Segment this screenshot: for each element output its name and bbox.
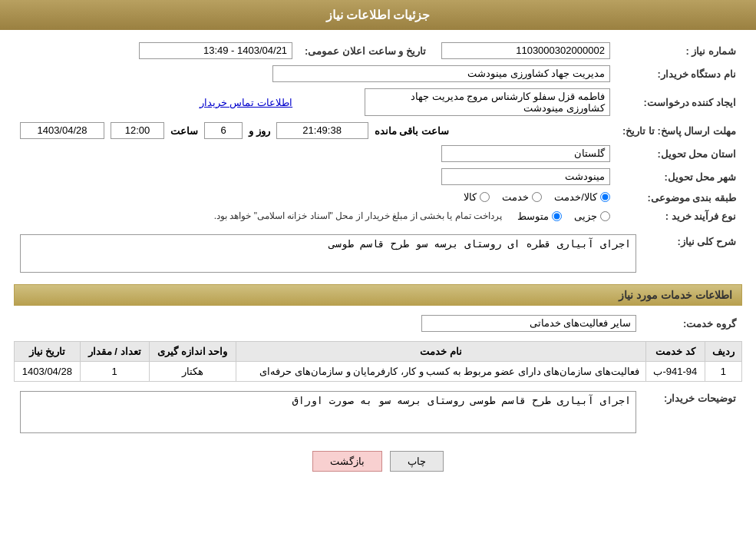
radio-khadamat-label: خدمت <box>502 191 529 203</box>
category-label: طبقه بندی موضوعی: <box>616 188 742 207</box>
radio-motasat-label: متوسط <box>517 210 549 222</box>
radio-kala-khadamat: کالا/خدمت <box>554 191 610 203</box>
services-title: اطلاعات خدمات مورد نیاز <box>14 284 742 306</box>
need-number-box: 1103000302000002 <box>441 42 610 59</box>
contact-link[interactable]: اطلاعات تماس خریدار <box>200 97 292 108</box>
buyer-desc-table: توضیحات خریدار: <box>14 388 742 439</box>
th-name: نام خدمت <box>236 342 645 362</box>
radio-jozii-input[interactable] <box>600 211 610 221</box>
description-table: شرح کلی نیاز: <box>14 231 742 278</box>
buyer-desc-textarea <box>20 391 636 433</box>
day-value: 6 <box>204 122 243 139</box>
announce-date-box: 1403/04/21 - 13:49 <box>139 42 292 59</box>
table-row: 1 941-94-ب فعالیت‌های سازمان‌های دارای ع… <box>15 362 742 382</box>
cell-code: 941-94-ب <box>645 362 705 382</box>
creator-label: ایجاد کننده درخواست: <box>616 85 742 119</box>
city-box: مینودشت <box>441 168 610 185</box>
service-group-table: گروه خدمت: سایر فعالیت‌های خدماتی <box>14 312 742 335</box>
radio-khadamat-input[interactable] <box>532 192 542 202</box>
description-textarea <box>20 234 636 273</box>
purchase-type-label: نوع فرآیند خرید : <box>616 207 742 225</box>
services-table: ردیف کد خدمت نام خدمت واحد اندازه گیری ت… <box>14 341 742 382</box>
page-header: جزئیات اطلاعات نیاز <box>0 0 756 30</box>
province-box: گلستان <box>441 145 610 162</box>
th-date: تاریخ نیاز <box>15 342 81 362</box>
day-label: روز و <box>249 125 270 137</box>
back-button[interactable]: بازگشت <box>312 451 382 472</box>
announce-date-label: تاریخ و ساعت اعلان عمومی: <box>299 39 432 62</box>
city-value: مینودشت <box>14 165 616 188</box>
buyer-org-label: نام دستگاه خریدار: <box>616 62 742 85</box>
radio-kala-khadamat-label: کالا/خدمت <box>554 191 597 203</box>
page-title: جزئیات اطلاعات نیاز <box>326 8 431 22</box>
th-qty: تعداد / مقدار <box>80 342 149 362</box>
deadline-date-value: 1403/04/28 <box>20 122 104 139</box>
deadline-label: مهلت ارسال پاسخ: تا تاریخ: <box>616 119 742 142</box>
province-label: استان محل تحویل: <box>616 142 742 165</box>
province-value: گلستان <box>14 142 616 165</box>
buyer-org-box: مدیریت جهاد کشاورزی مینودشت <box>272 65 610 82</box>
cell-name: فعالیت‌های سازمان‌های دارای عضو مربوط به… <box>236 362 645 382</box>
cell-unit: هکتار <box>149 362 236 382</box>
service-group-label: گروه خدمت: <box>642 312 742 335</box>
creator-box: فاطمه قزل سفلو کارشناس مروج مدیریت جهاد … <box>365 88 610 116</box>
cell-qty: 1 <box>80 362 149 382</box>
purchase-note: پرداخت تمام یا بخشی از مبلغ خریدار از مح… <box>214 210 502 221</box>
radio-kala-khadamat-input[interactable] <box>600 192 610 202</box>
radio-motasat: متوسط <box>517 210 562 222</box>
radio-jozii-label: جزیی <box>574 210 597 222</box>
radio-motasat-input[interactable] <box>552 211 562 221</box>
announce-date-value: 1403/04/21 - 13:49 <box>14 39 299 62</box>
description-value <box>14 231 642 278</box>
purchase-type-row: جزیی متوسط پرداخت تمام یا بخشی از مبلغ خ… <box>14 207 616 225</box>
radio-kala-label: کالا <box>464 191 477 203</box>
description-area <box>20 234 636 275</box>
need-number-value: 1103000302000002 <box>432 39 616 62</box>
info-table: شماره نیاز : 1103000302000002 تاریخ و سا… <box>14 39 742 225</box>
remaining-value: 21:49:38 <box>276 122 368 139</box>
page-wrapper: جزئیات اطلاعات نیاز شماره نیاز : 1103000… <box>0 0 756 540</box>
description-label: شرح کلی نیاز: <box>642 231 742 278</box>
remaining-label: ساعت باقی مانده <box>375 125 449 137</box>
th-code: کد خدمت <box>645 342 705 362</box>
print-button[interactable]: چاپ <box>390 451 444 472</box>
cell-date: 1403/04/28 <box>15 362 81 382</box>
buyer-org-value: مدیریت جهاد کشاورزی مینودشت <box>14 62 616 85</box>
service-group-value: سایر فعالیت‌های خدماتی <box>14 312 642 335</box>
time-label: ساعت <box>170 125 198 137</box>
category-row: کالا/خدمت خدمت کالا <box>14 188 616 207</box>
service-group-box: سایر فعالیت‌های خدماتی <box>421 315 636 332</box>
buyer-desc-area <box>20 391 636 436</box>
radio-kala: کالا <box>464 191 490 203</box>
buyer-desc-label: توضیحات خریدار: <box>642 388 742 439</box>
radio-khadamat: خدمت <box>502 191 542 203</box>
radio-jozii: جزیی <box>574 210 610 222</box>
contact-link-cell: اطلاعات تماس خریدار <box>14 85 299 119</box>
cell-row: 1 <box>705 362 741 382</box>
th-row: ردیف <box>705 342 741 362</box>
time-value: 12:00 <box>111 122 164 139</box>
main-content: شماره نیاز : 1103000302000002 تاریخ و سا… <box>0 39 756 472</box>
city-label: شهر محل تحویل: <box>616 165 742 188</box>
creator-value: فاطمه قزل سفلو کارشناس مروج مدیریت جهاد … <box>299 85 616 119</box>
radio-kala-input[interactable] <box>480 192 490 202</box>
buyer-desc-value <box>14 388 642 439</box>
button-group: چاپ بازگشت <box>14 451 742 472</box>
need-number-label: شماره نیاز : <box>616 39 742 62</box>
deadline-row: ساعت باقی مانده 21:49:38 روز و 6 ساعت 12… <box>14 119 616 142</box>
th-unit: واحد اندازه گیری <box>149 342 236 362</box>
